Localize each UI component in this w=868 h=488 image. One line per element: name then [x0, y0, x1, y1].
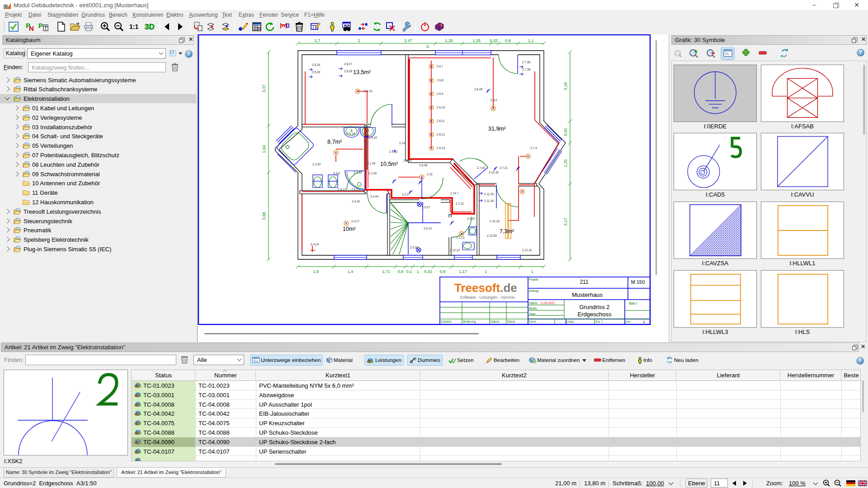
svg-text:2.6.10: 2.6.10 [437, 106, 445, 109]
svg-text:Urspr.: Urspr. [567, 320, 575, 324]
svg-text:2.7.21: 2.7.21 [500, 166, 508, 169]
svg-text:1,6: 1,6 [313, 269, 319, 274]
svg-text:N: N [29, 24, 34, 32]
svg-text:2.6.12: 2.6.12 [437, 133, 445, 136]
svg-text:2.10.39: 2.10.39 [489, 171, 499, 174]
svg-text:2.8.22: 2.8.22 [338, 188, 346, 191]
svg-text:2: 2 [358, 38, 360, 43]
svg-text:2.6.11: 2.6.11 [437, 119, 445, 122]
svg-text:Zustand: Zustand [441, 320, 452, 323]
svg-text:Datum: Datum [491, 320, 499, 323]
svg-text:Norm: Norm [529, 320, 536, 323]
svg-text:0,1: 0,1 [406, 269, 412, 274]
svg-text:2.2.41: 2.2.41 [467, 217, 475, 220]
svg-text:13,5m²: 13,5m² [353, 69, 371, 75]
svg-text:2.6.9: 2.6.9 [437, 92, 443, 95]
svg-text:P: P [38, 22, 43, 29]
svg-text:2.4.44: 2.4.44 [370, 195, 378, 198]
svg-text:1,17: 1,17 [459, 269, 467, 274]
svg-text:8,7m²: 8,7m² [327, 139, 342, 145]
svg-text:2.5.16: 2.5.16 [364, 89, 372, 93]
svg-text:1:1: 1:1 [676, 52, 680, 55]
svg-text:3,37: 3,37 [262, 84, 266, 93]
svg-text:2.6.8: 2.6.8 [437, 79, 443, 82]
svg-text:2.11.29: 2.11.29 [484, 192, 494, 196]
svg-text:2.5.26: 2.5.26 [312, 70, 320, 74]
svg-text:Name: Name [507, 320, 515, 323]
svg-text:2.1.45: 2.1.45 [368, 172, 377, 175]
svg-text:2.5.25: 2.5.25 [312, 63, 320, 66]
svg-text:1,04: 1,04 [262, 145, 266, 153]
svg-text:1,71: 1,71 [382, 269, 390, 274]
svg-text:Datum: Datum [529, 301, 538, 305]
svg-text:Musterhaus: Musterhaus [572, 291, 603, 298]
svg-text:2.7.3: 2.7.3 [530, 146, 537, 150]
svg-text:?: ? [440, 23, 443, 28]
svg-text:2.15: 2.15 [427, 173, 433, 176]
svg-text:2.0.14: 2.0.14 [424, 227, 432, 230]
svg-text:2.6.48: 2.6.48 [419, 164, 427, 167]
svg-text:2.0.37: 2.0.37 [422, 206, 430, 209]
svg-text:2.8.27: 2.8.27 [344, 62, 352, 66]
svg-text:10,5m²: 10,5m² [380, 161, 398, 167]
svg-text:Auftrag: Auftrag [529, 289, 538, 293]
svg-text:2.10.15: 2.10.15 [490, 220, 500, 223]
svg-text:2.3.43: 2.3.43 [354, 171, 362, 174]
svg-text:2.6.49: 2.6.49 [474, 88, 482, 91]
svg-text:von: von [626, 320, 631, 323]
svg-text:2.6.50: 2.6.50 [403, 159, 411, 162]
svg-text:1,1: 1,1 [528, 38, 534, 43]
svg-text:Projekt: Projekt [529, 278, 538, 282]
svg-text:2.0.1: 2.0.1 [402, 193, 409, 196]
svg-text:2.5.18: 2.5.18 [347, 132, 355, 135]
svg-text:1,25: 1,25 [445, 38, 453, 43]
svg-text:S: S [426, 44, 429, 49]
svg-text:7,3m²: 7,3m² [500, 228, 514, 235]
svg-text:1:1: 1:1 [129, 23, 138, 30]
svg-text:3,18: 3,18 [563, 82, 568, 90]
svg-text:M 150: M 150 [631, 279, 645, 285]
svg-text:2,47: 2,47 [404, 38, 412, 43]
svg-text:Ers. f.: Ers. f. [595, 320, 603, 323]
svg-text:1,25: 1,25 [472, 38, 481, 43]
svg-text:2.6.7: 2.6.7 [437, 65, 443, 68]
svg-text:2.3.6: 2.3.6 [333, 172, 340, 175]
svg-text:2.1.31: 2.1.31 [456, 202, 464, 205]
svg-text:3,98: 3,98 [262, 212, 266, 220]
svg-text:2.14.7: 2.14.7 [450, 192, 458, 195]
svg-text:1,25: 1,25 [563, 159, 568, 167]
svg-text:Software - Lösungen - Service: Software - Lösungen - Service [460, 295, 514, 300]
svg-text:3: 3 [643, 320, 645, 324]
svg-text:0,92: 0,92 [563, 128, 568, 136]
svg-text:2.8.23: 2.8.23 [351, 188, 359, 191]
svg-text:Treesoft.de: Treesoft.de [454, 281, 517, 295]
svg-text:2.2.13: 2.2.13 [456, 236, 464, 239]
svg-text:1,7: 1,7 [315, 38, 321, 43]
svg-text:2.3.33: 2.3.33 [312, 163, 321, 166]
svg-text:2.1.32: 2.1.32 [389, 150, 397, 153]
svg-text:3D: 3D [145, 23, 155, 31]
svg-text:1: 1 [531, 269, 533, 274]
svg-text:10m²: 10m² [343, 226, 355, 232]
svg-text:1: 1 [485, 269, 487, 274]
svg-text:2.5.42: 2.5.42 [369, 136, 377, 139]
svg-text:2.1.46: 2.1.46 [367, 162, 375, 165]
svg-text:31,9m²: 31,9m² [488, 126, 506, 132]
svg-text:2.4.24: 2.4.24 [311, 243, 319, 246]
svg-text:0,9: 0,9 [505, 38, 511, 43]
svg-text:2.0.38: 2.0.38 [410, 246, 418, 249]
svg-text:2.12.19: 2.12.19 [450, 249, 460, 252]
svg-text:Blatt 2: Blatt 2 [629, 302, 637, 305]
svg-text:2.14: 2.14 [399, 141, 405, 145]
svg-text:0,8: 0,8 [440, 269, 446, 274]
svg-text:Änderung: Änderung [463, 320, 476, 324]
svg-text:2.12.20: 2.12.20 [522, 249, 532, 252]
svg-text:Erdgeschoss: Erdgeschoss [577, 311, 612, 318]
svg-text:0,42: 0,42 [424, 269, 432, 274]
svg-text:2.7.36: 2.7.36 [522, 68, 530, 71]
svg-text:2.4.17: 2.4.17 [351, 220, 359, 223]
svg-text:11.05.2022: 11.05.2022 [540, 301, 555, 305]
svg-text:2.4.34: 2.4.34 [352, 200, 360, 203]
svg-text:2.13.53: 2.13.53 [487, 234, 497, 237]
svg-text:3,17: 3,17 [563, 218, 568, 226]
